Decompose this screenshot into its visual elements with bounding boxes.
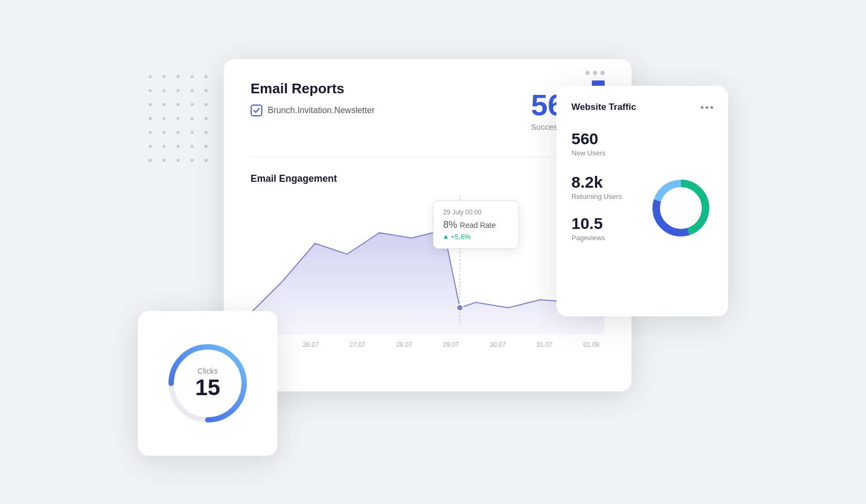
dot-18 xyxy=(190,117,194,120)
dot-16 xyxy=(163,117,166,120)
dot-6 xyxy=(163,89,166,92)
check-icon xyxy=(253,107,260,114)
tooltip-change: +5,6% xyxy=(443,233,509,241)
dot-30 xyxy=(149,159,152,162)
returning-users-label: Returning Users xyxy=(571,192,622,201)
donut-inner xyxy=(660,188,701,228)
tooltip-date: 29 July 00:00 xyxy=(443,209,509,216)
dot-23 xyxy=(190,131,194,134)
dot-2 xyxy=(177,75,180,78)
dot-11 xyxy=(163,103,166,106)
dot-3 xyxy=(710,106,713,109)
dot-32 xyxy=(177,159,180,162)
tooltip-rate: 8% Read Rate xyxy=(443,219,509,231)
clicks-card: Clicks 15 xyxy=(138,311,277,456)
x-label-2: 27.07 xyxy=(349,341,365,349)
chart-area: 29 July 00:00 8% Read Rate +5,6% 25.07 2… xyxy=(251,195,605,356)
pageviews-label: Pageviews xyxy=(571,234,622,242)
x-label-1: 26.07 xyxy=(303,341,319,349)
dot-grid: // Will be rendered by JS below xyxy=(149,75,216,171)
dot-4 xyxy=(204,75,208,78)
dot-10 xyxy=(149,103,152,106)
dot-26 xyxy=(163,145,166,148)
chart-tooltip: 29 July 00:00 8% Read Rate +5,6% xyxy=(433,201,519,249)
donut-svg xyxy=(649,176,713,240)
x-label-7: 01.08 xyxy=(583,341,599,349)
chrome-dot-2 xyxy=(593,71,597,75)
pageviews-value: 10.5 xyxy=(571,216,622,232)
x-label-5: 30.07 xyxy=(490,341,506,349)
chart-x-labels: 25.07 26.07 27.07 28.07 29.07 30.07 31.0… xyxy=(251,341,605,349)
chrome-dot-3 xyxy=(600,71,605,75)
dot-34 xyxy=(204,159,208,162)
website-traffic-card: Website Traffic 560 New Users 8.2k Retur… xyxy=(556,86,728,316)
chart-dot xyxy=(457,305,463,311)
x-label-6: 31.07 xyxy=(537,341,553,349)
dot-22 xyxy=(177,131,180,134)
donut-chart xyxy=(649,176,713,240)
traffic-header: Website Traffic xyxy=(571,102,713,113)
traffic-stats: 560 New Users xyxy=(571,123,713,165)
dot-27 xyxy=(177,145,180,148)
dot-13 xyxy=(190,103,194,106)
dot-5 xyxy=(149,89,152,92)
traffic-bottom: 8.2k Returning Users 10.5 Pageviews xyxy=(571,170,713,246)
window-chrome xyxy=(585,71,605,75)
tooltip-change-value: +5,6% xyxy=(451,233,471,241)
chrome-dot-1 xyxy=(585,71,590,75)
new-users-value: 560 xyxy=(571,131,713,147)
dot-14 xyxy=(204,103,208,106)
dot-9 xyxy=(204,89,208,92)
check-box xyxy=(251,105,262,116)
new-users-stat: 560 New Users xyxy=(571,123,713,165)
dot-17 xyxy=(177,117,180,120)
email-reports-title: Email Reports xyxy=(251,80,375,97)
pageviews-stat: 10.5 Pageviews xyxy=(571,211,622,246)
more-options-button[interactable] xyxy=(701,106,713,109)
dot-1 xyxy=(163,75,166,78)
dot-3 xyxy=(190,75,194,78)
chart-area-fill xyxy=(251,230,605,335)
dot-29 xyxy=(204,145,208,148)
dot-19 xyxy=(204,117,208,120)
dot-0 xyxy=(149,75,152,78)
new-users-label: New Users xyxy=(571,149,713,157)
dot-7 xyxy=(177,89,180,92)
email-reports-left: Email Reports Brunch.Invitation.Newslett… xyxy=(251,80,375,116)
arrow-up-icon xyxy=(443,234,449,240)
dot-1 xyxy=(701,106,703,109)
dot-8 xyxy=(190,89,194,92)
x-label-4: 29.07 xyxy=(443,341,459,349)
dot-31 xyxy=(163,159,166,162)
clicks-value: 15 xyxy=(195,375,221,400)
newsletter-badge: Brunch.Invitation.Newsletter xyxy=(251,105,375,116)
tooltip-rate-value: 8% xyxy=(443,219,457,230)
returning-users-value: 8.2k xyxy=(571,174,622,190)
tooltip-rate-label: Read Rate xyxy=(460,221,496,229)
newsletter-text: Brunch.Invitation.Newsletter xyxy=(268,106,375,115)
dot-25 xyxy=(149,145,152,148)
engagement-chart xyxy=(251,195,605,335)
engagement-title: Email Engagement xyxy=(251,173,605,184)
dot-28 xyxy=(190,145,194,148)
dot-2 xyxy=(706,106,708,109)
clicks-label: Clicks xyxy=(195,367,221,375)
traffic-bottom-stats: 8.2k Returning Users 10.5 Pageviews xyxy=(571,170,622,246)
dot-21 xyxy=(163,131,166,134)
dot-20 xyxy=(149,131,152,134)
clicks-center: Clicks 15 xyxy=(195,367,221,400)
returning-users-stat: 8.2k Returning Users xyxy=(571,170,622,205)
dot-33 xyxy=(190,159,194,162)
traffic-title: Website Traffic xyxy=(571,102,636,113)
dot-24 xyxy=(204,131,208,134)
dot-15 xyxy=(149,117,152,120)
clicks-gauge: Clicks 15 xyxy=(165,340,251,426)
x-label-3: 28.07 xyxy=(396,341,412,349)
dot-12 xyxy=(177,103,180,106)
